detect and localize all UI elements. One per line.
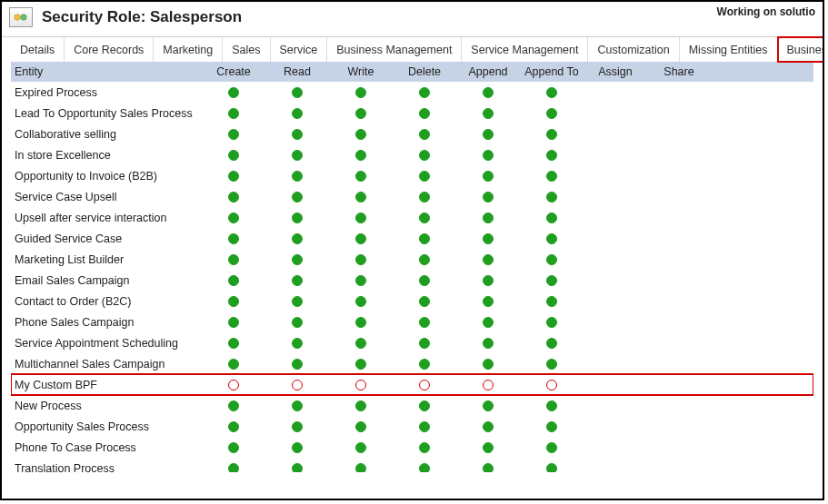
priv-cell[interactable]	[520, 296, 584, 307]
priv-full-icon[interactable]	[355, 192, 366, 203]
entity-name[interactable]: New Process	[11, 400, 202, 412]
priv-cell[interactable]	[265, 359, 329, 370]
priv-cell[interactable]	[520, 317, 584, 328]
priv-full-icon[interactable]	[483, 212, 494, 223]
priv-full-icon[interactable]	[355, 275, 366, 286]
priv-full-icon[interactable]	[228, 338, 239, 349]
priv-cell[interactable]	[265, 338, 329, 349]
priv-full-icon[interactable]	[546, 254, 557, 265]
priv-full-icon[interactable]	[355, 150, 366, 161]
priv-full-icon[interactable]	[228, 150, 239, 161]
priv-full-icon[interactable]	[546, 129, 557, 140]
priv-full-icon[interactable]	[228, 254, 239, 265]
priv-full-icon[interactable]	[292, 338, 303, 349]
priv-cell[interactable]	[456, 400, 520, 411]
col-header-entity[interactable]: Entity	[11, 65, 202, 78]
entity-name[interactable]: Email Sales Campaign	[11, 274, 202, 287]
priv-cell[interactable]	[265, 212, 329, 223]
tab-sales[interactable]: Sales	[223, 37, 270, 62]
priv-full-icon[interactable]	[355, 359, 366, 370]
priv-cell[interactable]	[456, 87, 520, 98]
priv-cell[interactable]	[202, 317, 265, 328]
priv-full-icon[interactable]	[355, 400, 366, 411]
priv-cell[interactable]	[329, 171, 393, 182]
priv-full-icon[interactable]	[483, 87, 494, 98]
priv-cell[interactable]	[520, 108, 584, 119]
priv-full-icon[interactable]	[419, 317, 430, 328]
priv-full-icon[interactable]	[228, 192, 239, 203]
entity-name[interactable]: Expired Process	[11, 86, 202, 99]
priv-full-icon[interactable]	[419, 254, 430, 265]
priv-full-icon[interactable]	[419, 129, 430, 140]
priv-full-icon[interactable]	[419, 463, 430, 473]
priv-cell[interactable]	[520, 275, 584, 286]
entity-name[interactable]: Multichannel Sales Campaign	[11, 358, 202, 371]
tab-core-records[interactable]: Core Records	[65, 37, 154, 62]
priv-cell[interactable]	[329, 296, 393, 307]
priv-none-icon[interactable]	[483, 380, 494, 390]
entity-name[interactable]: Collaborative selling	[11, 128, 202, 141]
tab-service-management[interactable]: Service Management	[462, 37, 588, 62]
priv-cell[interactable]	[202, 421, 265, 432]
priv-cell[interactable]	[329, 380, 393, 390]
priv-cell[interactable]	[329, 338, 393, 349]
priv-cell[interactable]	[456, 359, 520, 370]
tab-business-process-flows[interactable]: Business Process Flows	[778, 37, 824, 62]
priv-cell[interactable]	[520, 150, 584, 161]
priv-full-icon[interactable]	[292, 317, 303, 328]
col-header-append-to[interactable]: Append To	[520, 65, 584, 78]
priv-full-icon[interactable]	[355, 442, 366, 453]
priv-cell[interactable]	[265, 275, 329, 286]
priv-full-icon[interactable]	[292, 129, 303, 140]
priv-cell[interactable]	[329, 400, 393, 411]
priv-cell[interactable]	[456, 192, 520, 203]
col-header-share[interactable]: Share	[647, 65, 711, 78]
entity-name[interactable]: Service Appointment Scheduling	[11, 337, 202, 350]
priv-cell[interactable]	[202, 380, 265, 390]
priv-full-icon[interactable]	[292, 171, 303, 182]
priv-cell[interactable]	[393, 192, 456, 203]
priv-full-icon[interactable]	[419, 150, 430, 161]
priv-full-icon[interactable]	[483, 463, 494, 473]
tab-marketing[interactable]: Marketing	[154, 37, 223, 62]
priv-none-icon[interactable]	[546, 380, 557, 390]
priv-full-icon[interactable]	[228, 275, 239, 286]
priv-cell[interactable]	[202, 442, 265, 453]
priv-cell[interactable]	[329, 421, 393, 432]
priv-full-icon[interactable]	[419, 233, 430, 244]
tab-details[interactable]: Details	[11, 37, 65, 62]
entity-name[interactable]: Marketing List Builder	[11, 253, 202, 266]
priv-cell[interactable]	[265, 150, 329, 161]
priv-cell[interactable]	[265, 400, 329, 411]
priv-cell[interactable]	[202, 192, 265, 203]
priv-cell[interactable]	[456, 338, 520, 349]
priv-cell[interactable]	[456, 442, 520, 453]
priv-cell[interactable]	[456, 108, 520, 119]
entity-name[interactable]: My Custom BPF	[11, 379, 202, 391]
priv-cell[interactable]	[393, 380, 456, 390]
priv-cell[interactable]	[265, 463, 329, 473]
priv-cell[interactable]	[520, 421, 584, 432]
priv-cell[interactable]	[393, 108, 456, 119]
priv-full-icon[interactable]	[483, 296, 494, 307]
priv-full-icon[interactable]	[546, 421, 557, 432]
priv-full-icon[interactable]	[546, 442, 557, 453]
priv-cell[interactable]	[265, 254, 329, 265]
priv-cell[interactable]	[202, 400, 265, 411]
priv-full-icon[interactable]	[355, 317, 366, 328]
priv-full-icon[interactable]	[228, 317, 239, 328]
priv-full-icon[interactable]	[228, 421, 239, 432]
priv-cell[interactable]	[456, 212, 520, 223]
priv-cell[interactable]	[329, 108, 393, 119]
priv-full-icon[interactable]	[419, 359, 430, 370]
tab-customization[interactable]: Customization	[588, 37, 679, 62]
priv-cell[interactable]	[393, 150, 456, 161]
col-header-delete[interactable]: Delete	[393, 65, 456, 78]
priv-full-icon[interactable]	[292, 192, 303, 203]
priv-full-icon[interactable]	[292, 463, 303, 473]
entity-name[interactable]: Opportunity Sales Process	[11, 420, 202, 433]
priv-full-icon[interactable]	[292, 150, 303, 161]
priv-full-icon[interactable]	[228, 463, 239, 473]
priv-full-icon[interactable]	[419, 275, 430, 286]
entity-name[interactable]: Service Case Upsell	[11, 191, 202, 203]
